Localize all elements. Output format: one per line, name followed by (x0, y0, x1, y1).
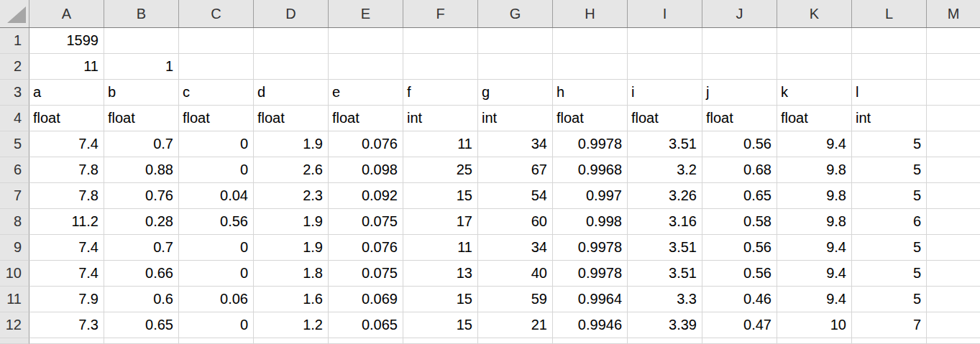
cell-H9[interactable]: 0.9978 (553, 235, 628, 261)
cell-G7[interactable]: 54 (478, 183, 553, 209)
column-header-A[interactable]: A (29, 0, 104, 27)
row-header-7[interactable]: 7 (0, 183, 29, 209)
cell-E2[interactable] (329, 54, 403, 80)
cell-C9[interactable]: 0 (179, 235, 254, 261)
cell-partial[interactable] (852, 338, 927, 344)
cell-L1[interactable] (852, 28, 927, 54)
column-header-C[interactable]: C (179, 0, 254, 27)
cell-K9[interactable]: 9.4 (777, 235, 852, 261)
cell-L9[interactable]: 5 (852, 235, 927, 261)
cell-F7[interactable]: 15 (403, 183, 478, 209)
cell-H4[interactable]: float (553, 106, 628, 131)
cell-B8[interactable]: 0.28 (104, 209, 179, 235)
cell-D10[interactable]: 1.8 (254, 261, 329, 287)
cell-L6[interactable]: 5 (852, 157, 927, 183)
cell-C1[interactable] (179, 28, 254, 54)
cell-H6[interactable]: 0.9968 (553, 157, 628, 183)
cell-E12[interactable]: 0.065 (329, 312, 403, 338)
cell-C3[interactable]: c (179, 80, 254, 106)
column-header-D[interactable]: D (254, 0, 329, 27)
cell-J8[interactable]: 0.58 (702, 209, 777, 235)
cell-H12[interactable]: 0.9946 (553, 312, 628, 338)
cell-F8[interactable]: 17 (403, 209, 478, 235)
cell-B5[interactable]: 0.7 (104, 131, 179, 157)
cell-D12[interactable]: 1.2 (254, 312, 329, 338)
cell-L10[interactable]: 5 (852, 261, 927, 287)
cell-partial[interactable] (628, 338, 702, 344)
cell-I1[interactable] (628, 28, 702, 54)
cell-M7[interactable] (927, 183, 980, 209)
cell-I6[interactable]: 3.2 (628, 157, 702, 183)
column-header-B[interactable]: B (104, 0, 179, 27)
cell-M12[interactable] (927, 312, 980, 338)
cell-L12[interactable]: 7 (852, 312, 927, 338)
cell-H11[interactable]: 0.9964 (553, 287, 628, 312)
cell-M11[interactable] (927, 287, 980, 312)
cell-L11[interactable]: 5 (852, 287, 927, 312)
cell-C5[interactable]: 0 (179, 131, 254, 157)
cell-J1[interactable] (702, 28, 777, 54)
cell-K11[interactable]: 9.4 (777, 287, 852, 312)
cell-I2[interactable] (628, 54, 702, 80)
row-header-9[interactable]: 9 (0, 235, 29, 261)
cell-L8[interactable]: 6 (852, 209, 927, 235)
cell-A4[interactable]: float (29, 106, 104, 131)
cell-B12[interactable]: 0.65 (104, 312, 179, 338)
cell-J10[interactable]: 0.56 (702, 261, 777, 287)
cell-J6[interactable]: 0.68 (702, 157, 777, 183)
column-header-J[interactable]: J (702, 0, 777, 27)
row-header-10[interactable]: 10 (0, 261, 29, 287)
cell-B2[interactable]: 1 (104, 54, 179, 80)
cell-partial[interactable] (29, 338, 104, 344)
cell-E10[interactable]: 0.075 (329, 261, 403, 287)
cell-L5[interactable]: 5 (852, 131, 927, 157)
cell-K5[interactable]: 9.4 (777, 131, 852, 157)
cell-D5[interactable]: 1.9 (254, 131, 329, 157)
cell-F11[interactable]: 15 (403, 287, 478, 312)
cell-G6[interactable]: 67 (478, 157, 553, 183)
cell-F5[interactable]: 11 (403, 131, 478, 157)
cell-E1[interactable] (329, 28, 403, 54)
cell-M8[interactable] (927, 209, 980, 235)
cell-D1[interactable] (254, 28, 329, 54)
cell-B7[interactable]: 0.76 (104, 183, 179, 209)
cell-B4[interactable]: float (104, 106, 179, 131)
cell-L2[interactable] (852, 54, 927, 80)
cell-partial[interactable] (478, 338, 553, 344)
cell-J2[interactable] (702, 54, 777, 80)
cell-E11[interactable]: 0.069 (329, 287, 403, 312)
cell-C11[interactable]: 0.06 (179, 287, 254, 312)
cell-G12[interactable]: 21 (478, 312, 553, 338)
column-header-G[interactable]: G (478, 0, 553, 27)
cell-M9[interactable] (927, 235, 980, 261)
row-header-11[interactable]: 11 (0, 287, 29, 312)
cell-K7[interactable]: 9.8 (777, 183, 852, 209)
cell-M4[interactable] (927, 106, 980, 131)
cell-F2[interactable] (403, 54, 478, 80)
cell-partial[interactable] (329, 338, 403, 344)
cell-A10[interactable]: 7.4 (29, 261, 104, 287)
cell-D6[interactable]: 2.6 (254, 157, 329, 183)
cell-H5[interactable]: 0.9978 (553, 131, 628, 157)
cell-H1[interactable] (553, 28, 628, 54)
cell-G1[interactable] (478, 28, 553, 54)
cell-M6[interactable] (927, 157, 980, 183)
cell-D7[interactable]: 2.3 (254, 183, 329, 209)
column-header-E[interactable]: E (329, 0, 403, 27)
cell-D8[interactable]: 1.9 (254, 209, 329, 235)
row-header-2[interactable]: 2 (0, 54, 29, 80)
cell-C6[interactable]: 0 (179, 157, 254, 183)
row-header-12[interactable]: 12 (0, 312, 29, 338)
cell-M2[interactable] (927, 54, 980, 80)
cell-I4[interactable]: float (628, 106, 702, 131)
cell-E5[interactable]: 0.076 (329, 131, 403, 157)
cell-A7[interactable]: 7.8 (29, 183, 104, 209)
cell-partial[interactable] (179, 338, 254, 344)
cell-J5[interactable]: 0.56 (702, 131, 777, 157)
cell-partial[interactable] (104, 338, 179, 344)
cell-partial[interactable] (927, 338, 980, 344)
cell-D9[interactable]: 1.9 (254, 235, 329, 261)
cell-partial[interactable] (254, 338, 329, 344)
cell-C2[interactable] (179, 54, 254, 80)
row-header-1[interactable]: 1 (0, 28, 29, 54)
